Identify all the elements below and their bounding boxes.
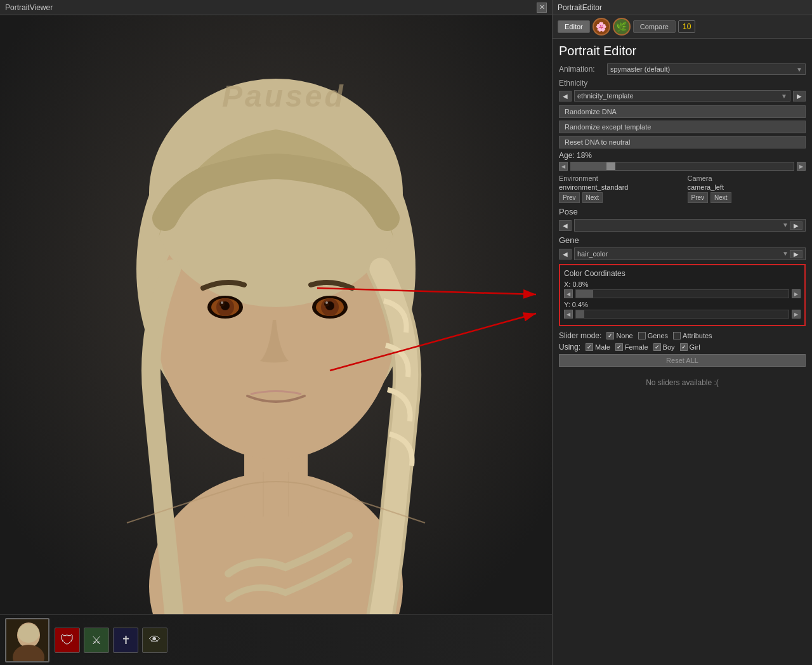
portrait-area: Paused	[0, 15, 552, 665]
animation-dropdown-arrow: ▼	[796, 66, 802, 73]
ethnicity-next-btn[interactable]: ▶	[793, 91, 806, 102]
cam-prev-btn[interactable]: Prev	[688, 192, 709, 203]
color-coords-title: Color Coordinates	[564, 269, 801, 278]
ethnicity-dropdown[interactable]: ethnicity_template ▼	[574, 90, 790, 102]
env-next-btn[interactable]: Next	[582, 192, 603, 203]
slider-genes-checkbox[interactable]	[638, 332, 646, 339]
ethnicity-label: Ethnicity	[559, 79, 806, 88]
gene-next-btn[interactable]: ▶	[790, 250, 802, 258]
girl-label: Girl	[690, 343, 700, 351]
gene-prev-btn[interactable]: ◀	[559, 249, 572, 260]
env-prev-next: Prev Next	[559, 192, 678, 203]
level-badge: 10	[678, 20, 695, 33]
slider-mode-attributes: Attributes	[673, 332, 712, 339]
slider-attributes-checkbox[interactable]	[673, 332, 681, 339]
no-sliders-text: No sliders available :(	[559, 372, 806, 393]
environment-value: environment_standard	[559, 183, 678, 191]
portrait-editor-title: Portrait Editor	[559, 44, 806, 58]
y-slider-left[interactable]: ◀	[564, 310, 573, 319]
slider-attributes-label: Attributes	[683, 332, 712, 339]
paused-text: Paused	[222, 79, 346, 114]
x-coord-label: X: 0.8%	[564, 280, 801, 288]
pose-next-mini[interactable]: ▶	[790, 221, 802, 230]
using-girl: Girl	[680, 343, 700, 351]
emblem-eye: 👁	[142, 628, 167, 653]
svg-point-26	[18, 624, 39, 643]
pose-prev-btn[interactable]: ◀	[559, 220, 572, 231]
env-prev-btn[interactable]: Prev	[559, 192, 580, 203]
slider-mode-genes: Genes	[638, 332, 668, 339]
age-slider-right[interactable]: ▶	[797, 162, 806, 171]
using-row: Using: Male Female Boy Girl	[559, 343, 806, 352]
environment-col: Environment environment_standard Prev Ne…	[559, 174, 678, 203]
male-label: Male	[595, 343, 610, 351]
animation-label: Animation:	[559, 65, 603, 74]
y-slider-track[interactable]	[575, 310, 789, 319]
gene-section: Gene ◀ hair_color ▼ ▶ Color Coordinates …	[559, 235, 806, 326]
reset-dna-button[interactable]: Reset DNA to neutral	[559, 136, 806, 148]
ethnicity-prev-btn[interactable]: ◀	[559, 91, 572, 102]
age-slider-track[interactable]	[570, 162, 794, 171]
y-slider-right[interactable]: ▶	[792, 310, 801, 319]
x-slider-left[interactable]: ◀	[564, 289, 573, 298]
gene-value: hair_color	[577, 250, 608, 258]
pose-section: Pose ◀ ▼ ▶	[559, 207, 806, 232]
cam-next-btn[interactable]: Next	[710, 192, 731, 203]
male-checkbox[interactable]	[586, 343, 593, 351]
icon-circle-1: 🌸	[593, 18, 610, 36]
x-slider-right[interactable]: ▶	[792, 289, 801, 298]
using-female: Female	[615, 343, 648, 351]
slider-none-checkbox[interactable]	[606, 332, 614, 339]
slider-mode-none: None	[606, 332, 632, 339]
y-coord-label: Y: 0.4%	[564, 301, 801, 308]
ethnicity-dropdown-arrow: ▼	[781, 93, 787, 100]
right-title-bar: PortraitEditor	[553, 0, 812, 15]
using-boy: Boy	[653, 343, 675, 351]
window-title: PortraitViewer	[5, 3, 53, 12]
emblem-area: 🛡 ⚔ ✝ 👁	[55, 628, 167, 653]
using-male: Male	[586, 343, 610, 351]
animation-dropdown[interactable]: spymaster (default) ▼	[607, 63, 806, 75]
env-cam-section: Environment environment_standard Prev Ne…	[559, 174, 806, 203]
tab-bar: Editor 🌸 🌿 Compare 10	[553, 15, 812, 39]
slider-mode-label: Slider mode:	[559, 331, 601, 340]
girl-checkbox[interactable]	[680, 343, 688, 351]
right-panel: PortraitEditor Editor 🌸 🌿 Compare 10 Por…	[552, 0, 812, 665]
environment-label: Environment	[559, 174, 678, 182]
camera-col: Camera camera_left Prev Next	[688, 174, 806, 203]
x-slider-track[interactable]	[575, 289, 789, 298]
pose-dropdown[interactable]: ▼ ▶	[574, 219, 806, 232]
camera-label: Camera	[688, 174, 806, 182]
age-slider-left[interactable]: ◀	[559, 162, 568, 171]
animation-value: spymaster (default)	[610, 65, 670, 73]
ethnicity-value: ethnicity_template	[577, 92, 634, 100]
hud-bar: 🛡 ⚔ ✝ 👁	[0, 614, 552, 665]
tab-editor[interactable]: Editor	[558, 20, 590, 33]
cam-prev-next: Prev Next	[688, 192, 806, 203]
gene-control: ◀ hair_color ▼ ▶	[559, 247, 806, 260]
emblem-shield: 🛡	[55, 628, 80, 653]
pose-label: Pose	[559, 207, 806, 216]
tab-compare[interactable]: Compare	[633, 20, 676, 33]
age-label: Age: 18%	[559, 151, 806, 160]
boy-checkbox[interactable]	[653, 343, 661, 351]
small-portrait	[5, 618, 49, 662]
randomize-except-button[interactable]: Randomize except template	[559, 121, 806, 133]
slider-genes-label: Genes	[648, 332, 668, 339]
age-section: Age: 18% ◀ ▶	[559, 151, 806, 171]
pose-dropdown-arrow: ▼	[782, 221, 789, 230]
female-checkbox[interactable]	[615, 343, 623, 351]
x-slider-row: ◀ ▶	[564, 289, 801, 298]
slider-mode-row: Slider mode: None Genes Attributes	[559, 331, 806, 340]
close-button[interactable]: ✕	[537, 3, 547, 13]
reset-all-button[interactable]: Reset ALL	[559, 354, 806, 367]
svg-point-18	[325, 301, 328, 304]
camera-value: camera_left	[688, 183, 806, 191]
color-coords-box: Color Coordinates X: 0.8% ◀ ▶ Y: 0.4% ◀	[559, 264, 806, 326]
slider-none-label: None	[616, 332, 632, 339]
age-slider-row: ◀ ▶	[559, 162, 806, 171]
gene-dropdown[interactable]: hair_color ▼ ▶	[574, 247, 806, 260]
emblem-cross: ✝	[113, 628, 138, 653]
randomize-dna-button[interactable]: Randomize DNA	[559, 105, 806, 118]
emblem-sword: ⚔	[84, 628, 109, 653]
